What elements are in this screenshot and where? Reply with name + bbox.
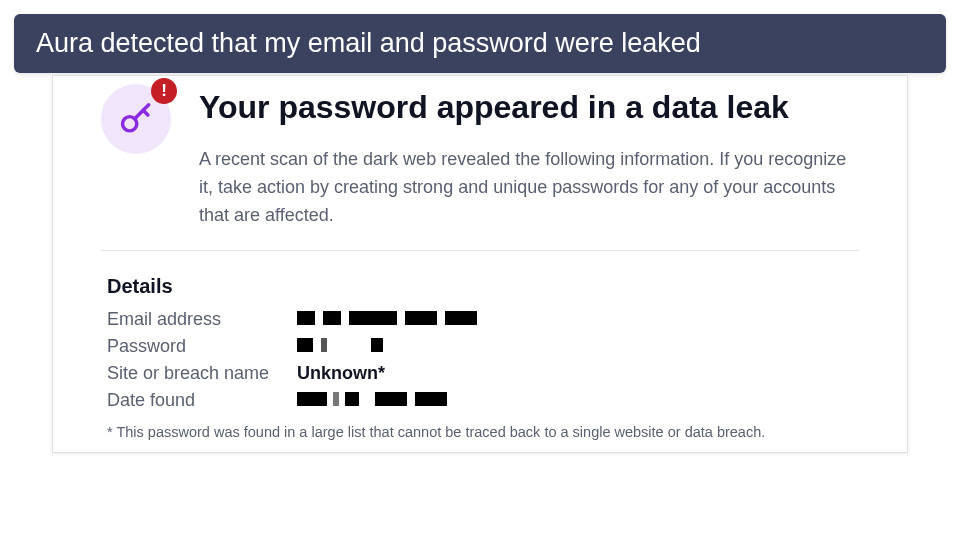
alert-header-text: Your password appeared in a data leak A …: [199, 88, 859, 230]
detail-label-email: Email address: [107, 309, 297, 330]
redacted-value: [297, 392, 447, 406]
alert-badge-glyph: !: [161, 81, 167, 101]
details-section: Details Email address Password Site or b…: [107, 275, 859, 414]
detail-row-site: Site or breach name Unknown*: [107, 360, 859, 387]
redacted-value: [297, 311, 477, 325]
footnote: * This password was found in a large lis…: [107, 424, 859, 440]
detail-row-password: Password: [107, 333, 859, 360]
alert-header: ! Your password appeared in a data leak …: [101, 88, 859, 230]
detail-label-password: Password: [107, 336, 297, 357]
detail-value-site: Unknown*: [297, 363, 385, 384]
alert-card: ! Your password appeared in a data leak …: [52, 75, 908, 453]
svg-line-2: [143, 110, 148, 115]
redacted-value: [297, 338, 397, 352]
alert-title: Your password appeared in a data leak: [199, 88, 859, 126]
detail-row-email: Email address: [107, 306, 859, 333]
divider: [101, 250, 859, 251]
detail-value-date: [297, 390, 447, 411]
detail-row-date: Date found: [107, 387, 859, 414]
annotation-banner: Aura detected that my email and password…: [14, 14, 946, 73]
detail-label-site: Site or breach name: [107, 363, 297, 384]
detail-value-email: [297, 309, 477, 330]
detail-label-date: Date found: [107, 390, 297, 411]
alert-badge-icon: !: [151, 78, 177, 104]
alert-icon-wrap: !: [101, 84, 171, 154]
details-heading: Details: [107, 275, 859, 298]
annotation-banner-text: Aura detected that my email and password…: [36, 28, 701, 58]
detail-value-password: [297, 336, 397, 357]
alert-description: A recent scan of the dark web revealed t…: [199, 146, 859, 230]
